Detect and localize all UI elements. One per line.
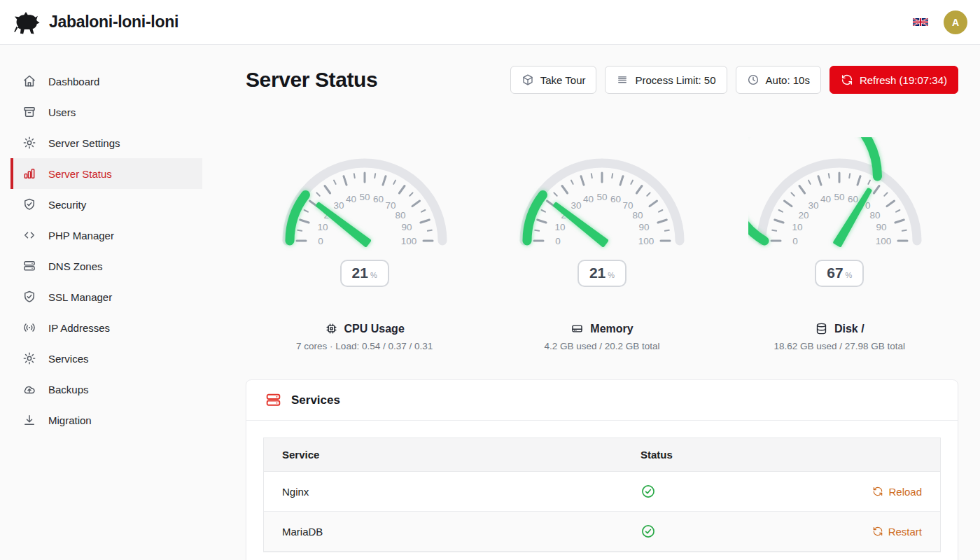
sidebar-item-label: Users [48,106,76,118]
column-header-status: Status [622,449,786,461]
sidebar-item-label: PHP Manager [48,230,114,241]
sidebar-item-label: Server Status [48,168,112,180]
gauge-subtitle: 18.62 GB used / 27.98 GB total [774,341,906,351]
list-icon [616,74,629,86]
check-circle-icon [640,524,656,539]
avatar[interactable]: A [944,10,967,34]
action-label: Reload [888,486,922,498]
sidebar-item-label: DNS Zones [48,260,103,272]
bar-chart-icon [22,167,36,181]
refresh-button[interactable]: Refresh (19:07:34) [830,66,958,94]
gauge-disk: 010203040506070809010067%Disk /18.62 GB … [721,137,958,351]
gauge-title: CPU Usage [344,323,405,335]
sidebar-item-dns-zones[interactable]: DNS Zones [10,251,202,281]
sidebar-item-backups[interactable]: Backups [10,374,202,405]
column-header-service: Service [264,449,622,461]
svg-text:30: 30 [570,200,581,211]
shield-icon [22,197,36,211]
gauge-cpu-usage: 010203040506070809010021%CPU Usage7 core… [246,137,483,351]
sidebar-item-services[interactable]: Services [10,343,202,374]
sidebar-item-security[interactable]: Security [10,189,202,220]
gauge-title: Memory [590,323,633,335]
auto-refresh-button[interactable]: Auto: 10s [736,66,821,94]
sidebar-item-label: Services [48,353,89,365]
svg-text:100: 100 [638,236,654,246]
svg-text:50: 50 [359,192,370,202]
svg-text:100: 100 [876,236,892,246]
svg-text:30: 30 [333,200,344,211]
boar-logo [10,10,42,34]
gear-icon [22,136,36,150]
svg-text:40: 40 [583,194,594,204]
sidebar-item-ssl-manager[interactable]: SSL Manager [10,281,202,312]
server-icon [22,259,36,273]
table-header-row: Service Status [264,438,940,472]
svg-text:60: 60 [848,194,858,204]
gauge-unit: % [370,271,377,279]
svg-text:50: 50 [596,192,607,202]
cube-icon [522,74,534,86]
svg-text:0: 0 [555,236,561,246]
sidebar-item-dashboard[interactable]: Dashboard [10,66,202,97]
svg-text:60: 60 [373,194,384,204]
app-title: Jabaloni-loni-loni [49,13,178,31]
svg-text:50: 50 [834,192,845,202]
svg-text:70: 70 [385,200,396,211]
users-icon [22,105,36,119]
svg-text:40: 40 [346,194,356,204]
sidebar-item-label: Dashboard [48,76,99,88]
services-table: Service Status NginxReloadMariaDBRestart [263,438,941,552]
process-limit-button[interactable]: Process Limit: 50 [605,66,727,94]
cloud-upload-icon [22,382,36,396]
service-name: MariaDB [264,526,622,538]
restart-action-link[interactable]: Restart [872,526,922,538]
broadcast-icon [22,321,36,335]
sidebar-item-label: Security [48,199,86,211]
auto-label: Auto: 10s [766,74,810,86]
refresh-label: Refresh (19:07:34) [860,74,947,86]
code-icon [22,228,36,242]
refresh-icon [841,74,853,86]
cpu-icon [325,322,338,335]
app-header: Jabaloni-loni-loni A [0,0,980,45]
gauge-subtitle: 7 cores · Load: 0.54 / 0.37 / 0.31 [296,341,433,351]
reload-action-link[interactable]: Reload [872,486,922,498]
main-content: Server Status Take Tour Process Limit: 5… [213,45,980,560]
svg-text:70: 70 [622,200,633,211]
gauge-dial: 0102030405060708090100 [274,137,456,253]
sidebar-item-ip-addresses[interactable]: IP Addresses [10,312,202,343]
uk-flag-icon[interactable] [913,17,928,27]
services-card-title: Services [291,393,340,407]
take-tour-button[interactable]: Take Tour [510,66,597,94]
gear-icon [22,351,36,365]
svg-text:0: 0 [793,236,799,246]
svg-text:100: 100 [400,236,416,246]
svg-text:20: 20 [799,210,809,220]
svg-text:80: 80 [870,210,881,220]
sidebar-item-server-settings[interactable]: Server Settings [10,127,202,158]
sidebar-item-php-manager[interactable]: PHP Manager [10,220,202,251]
gauge-value: 21 [352,265,368,281]
sidebar-item-label: Migration [48,414,92,426]
refresh-icon [872,486,883,497]
svg-text:90: 90 [876,222,887,232]
sidebar-item-label: Server Settings [48,137,120,149]
gauge-dial: 0102030405060708090100 [511,137,693,253]
sidebar-item-users[interactable]: Users [10,97,202,127]
sidebar-item-label: Backups [48,384,89,396]
home-icon [22,74,36,88]
sidebar-item-migration[interactable]: Migration [10,405,202,435]
sidebar-item-label: IP Addresses [48,322,110,334]
gauge-unit: % [608,271,615,279]
svg-text:10: 10 [555,222,566,232]
gauge-memory: 010203040506070809010021%Memory4.2 GB us… [483,137,720,351]
sidebar-item-server-status[interactable]: Server Status [10,158,202,189]
sidebar: DashboardUsersServer SettingsServer Stat… [0,45,213,560]
check-circle-icon [640,484,656,499]
table-row-nginx: NginxReload [264,472,940,512]
services-card: Services Service Status NginxReloadMaria… [246,379,958,560]
svg-text:40: 40 [820,194,831,204]
brand: Jabaloni-loni-loni [10,10,178,34]
page-title: Server Status [246,68,377,92]
download-icon [22,413,36,427]
